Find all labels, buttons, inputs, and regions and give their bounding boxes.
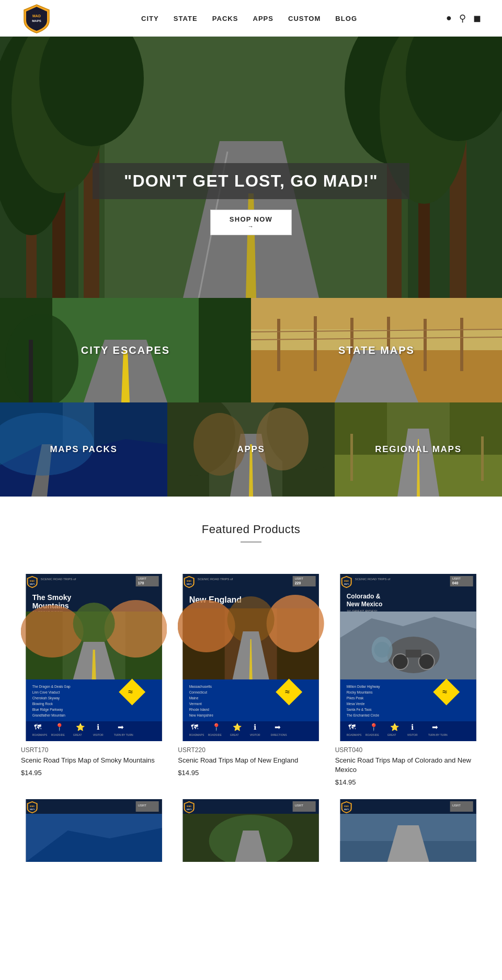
svg-text:®: ®: [44, 8, 47, 11]
svg-text:MAD: MAD: [344, 580, 349, 582]
nav-item-packs[interactable]: PACKS: [212, 14, 238, 23]
product-name-smoky: Scenic Road Trips Map of Smoky Mountains: [21, 756, 167, 765]
nav-link-city[interactable]: CITY: [141, 15, 159, 22]
category-state-maps[interactable]: STATE MAPS: [251, 298, 502, 402]
product-image-colorado: MAD MAPS SCENIC ROAD TRIPS of USRT 040 C…: [335, 574, 481, 741]
category-regional-maps[interactable]: REGIONAL MAPS: [335, 402, 502, 497]
svg-text:Million Dollar Highway: Million Dollar Highway: [346, 685, 380, 689]
featured-divider: [241, 541, 261, 543]
hero-text: "DON'T GET LOST, GO MAD!" SHOP NOW →: [0, 163, 502, 235]
logo[interactable]: MAD MAPS ®: [21, 3, 52, 34]
svg-text:Linn Cove Viaduct: Linn Cove Viaduct: [32, 690, 60, 694]
shop-now-button[interactable]: SHOP NOW →: [210, 210, 292, 235]
svg-text:⭐: ⭐: [76, 723, 85, 732]
svg-text:VISITOR: VISITOR: [250, 733, 260, 736]
search-icon[interactable]: ⚲: [459, 13, 466, 24]
svg-point-165: [374, 642, 390, 658]
product-grid: MAD MAPS SCENIC ROAD TRIPS of USRT 170 T…: [0, 574, 502, 883]
category-apps[interactable]: APPS: [167, 402, 335, 497]
svg-text:New Hampshire: New Hampshire: [189, 713, 214, 718]
nav-item-city[interactable]: CITY: [141, 14, 159, 23]
svg-text:MAPS: MAPS: [32, 19, 41, 22]
svg-text:New Mexico: New Mexico: [346, 601, 382, 608]
product-card-smoky-mountains[interactable]: MAD MAPS SCENIC ROAD TRIPS of USRT 170 T…: [21, 574, 167, 789]
nav-item-apps[interactable]: APPS: [253, 14, 273, 23]
svg-rect-35: [277, 319, 280, 371]
svg-rect-96: [26, 721, 162, 741]
svg-text:ℹ: ℹ: [410, 723, 413, 731]
svg-text:USRT: USRT: [295, 804, 304, 807]
nav-link-state[interactable]: STATE: [174, 15, 198, 22]
nav-link-packs[interactable]: PACKS: [212, 15, 238, 22]
svg-point-121: [267, 595, 324, 652]
svg-text:➡: ➡: [275, 723, 281, 731]
svg-text:MAD: MAD: [32, 14, 41, 18]
nav-item-blog[interactable]: BLOG: [335, 14, 357, 23]
product-card-colorado[interactable]: MAD MAPS SCENIC ROAD TRIPS of USRT 040 C…: [335, 574, 481, 789]
svg-text:Blue Ridge Parkway: Blue Ridge Parkway: [32, 708, 63, 712]
hero-title: "DON'T GET LOST, GO MAD!": [124, 171, 378, 191]
svg-text:The Enchanted Circle: The Enchanted Circle: [346, 713, 379, 717]
svg-text:GREAT: GREAT: [387, 733, 396, 736]
svg-text:The Dragon & Deals Gap: The Dragon & Deals Gap: [32, 685, 71, 689]
svg-text:Grandfather Mountain: Grandfather Mountain: [32, 713, 66, 717]
svg-text:📍: 📍: [369, 723, 378, 732]
svg-rect-163: [405, 650, 421, 658]
svg-text:Vermont: Vermont: [189, 702, 202, 706]
hero-section: "DON'T GET LOST, GO MAD!" SHOP NOW →: [0, 37, 502, 298]
nav-links: CITY STATE PACKS APPS CUSTOM BLOG: [141, 14, 357, 23]
svg-text:ROADMAPS: ROADMAPS: [189, 733, 204, 736]
account-icon[interactable]: ●: [446, 13, 452, 24]
svg-text:220: 220: [295, 581, 301, 585]
svg-rect-31: [29, 340, 33, 402]
svg-text:VISITOR: VISITOR: [407, 733, 417, 736]
svg-text:The Smoky: The Smoky: [32, 593, 72, 602]
svg-text:📍: 📍: [212, 723, 221, 732]
cart-icon[interactable]: ◼: [473, 13, 481, 24]
svg-text:🗺: 🗺: [348, 723, 355, 731]
svg-text:TURN BY TURN: TURN BY TURN: [114, 733, 133, 736]
svg-text:Mesa Verde: Mesa Verde: [346, 702, 364, 706]
nav-link-blog[interactable]: BLOG: [335, 15, 357, 22]
svg-text:TURN BY TURN: TURN BY TURN: [428, 733, 447, 736]
nav-icons: ● ⚲ ◼: [446, 13, 481, 24]
product-card-partial-1[interactable]: MAD MAPS USRT: [21, 799, 167, 862]
svg-text:ROADMAPS: ROADMAPS: [32, 733, 48, 736]
svg-text:MAPS: MAPS: [187, 809, 192, 811]
product-card-partial-2[interactable]: MAD MAPS USRT: [178, 799, 324, 862]
svg-text:Pikes Peak: Pikes Peak: [346, 696, 363, 700]
svg-text:MAPS: MAPS: [30, 583, 36, 585]
nav-link-custom[interactable]: CUSTOM: [288, 15, 321, 22]
navigation: MAD MAPS ® CITY STATE PACKS APPS CUSTOM …: [0, 0, 502, 37]
svg-text:DIRECTIONS: DIRECTIONS: [271, 733, 288, 736]
category-city-escapes-label: CITY ESCAPES: [81, 344, 170, 356]
svg-text:GREAT: GREAT: [73, 733, 82, 736]
product-info-neweng: USRT220 Scenic Road Trips Map of New Eng…: [178, 741, 324, 779]
category-city-escapes[interactable]: CITY ESCAPES: [0, 298, 251, 402]
svg-text:ROADSIDE: ROADSIDE: [365, 733, 379, 736]
shop-now-label: SHOP NOW: [230, 215, 272, 223]
nav-link-apps[interactable]: APPS: [253, 15, 273, 22]
svg-text:⭐: ⭐: [233, 723, 242, 732]
svg-text:Massachusetts: Massachusetts: [189, 685, 212, 688]
product-info-colorado: USRT040 Scenic Road Trips Map of Colorad…: [335, 741, 481, 789]
svg-text:🗺: 🗺: [191, 723, 198, 731]
product-card-new-england[interactable]: MAD MAPS SCENIC ROAD TRIPS of USRT 220 N…: [178, 574, 324, 789]
svg-text:MAD: MAD: [30, 580, 35, 582]
svg-text:GREAT: GREAT: [230, 733, 239, 736]
svg-point-58: [256, 408, 309, 470]
hero-banner: "DON'T GET LOST, GO MAD!": [93, 163, 409, 199]
category-maps-packs[interactable]: MAPS PACKS: [0, 402, 167, 497]
svg-text:USRT: USRT: [452, 577, 461, 580]
svg-text:Rhode Island: Rhode Island: [189, 708, 210, 711]
svg-rect-39: [424, 319, 427, 371]
nav-item-custom[interactable]: CUSTOM: [288, 14, 321, 23]
svg-text:MAD: MAD: [30, 805, 35, 808]
svg-text:🗺: 🗺: [34, 723, 41, 731]
svg-text:➡: ➡: [431, 723, 438, 731]
product-image-neweng: MAD MAPS SCENIC ROAD TRIPS of USRT 220 N…: [178, 574, 324, 741]
product-card-partial-3[interactable]: MAD MAPS USRT: [335, 799, 481, 862]
category-grid-top: CITY ESCAPES STATE MAPS: [0, 298, 502, 402]
svg-rect-65: [350, 434, 353, 481]
nav-item-state[interactable]: STATE: [174, 14, 198, 23]
